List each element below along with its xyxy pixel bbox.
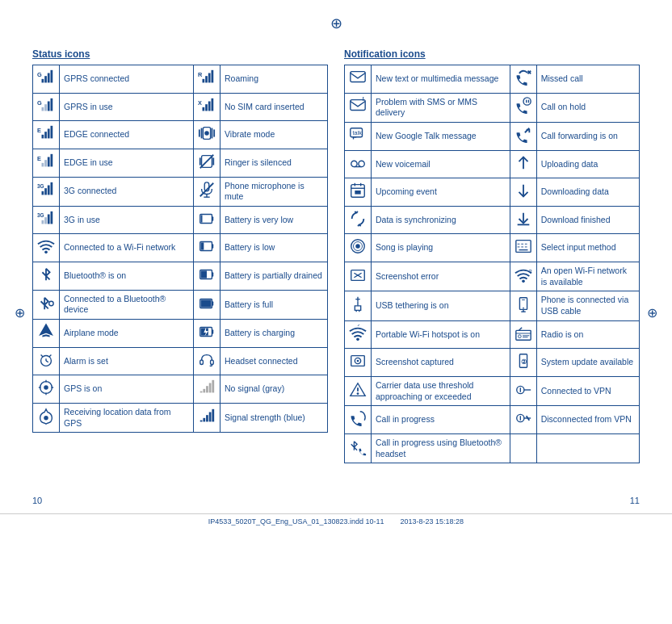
bt-call-icon: [349, 438, 367, 456]
bluetooth-connected-icon: [37, 295, 55, 312]
battery-full-icon: [198, 295, 216, 312]
status-icon: [194, 347, 220, 375]
google-talk-label: New Google Talk message: [372, 122, 510, 150]
svg-point-30: [204, 132, 209, 136]
wifi-label: Connected to a Wi-Fi network: [60, 234, 194, 262]
notification-icons-table: New text or multimedia message Missed ca…: [344, 65, 640, 463]
table-row: 3G 3G in use: [33, 206, 328, 234]
gps-on-icon: [37, 379, 55, 396]
svg-text:G: G: [37, 71, 42, 78]
table-row: Screenshot error ? An open Wi-Fi network…: [345, 262, 640, 291]
status-icon: [194, 320, 220, 348]
table-row: Portable Wi-Fi hotspot is on Radio is on: [345, 320, 640, 349]
no-sim-label: No SIM card inserted: [220, 93, 328, 121]
download-finished-icon: [514, 210, 532, 228]
gprs-connected-icon: G: [37, 69, 55, 86]
svg-point-57: [44, 251, 48, 254]
status-icon: [194, 149, 220, 177]
svg-rect-69: [212, 329, 213, 334]
usb-tethering-icon: [349, 295, 367, 313]
table-row: Airplane mode Battery is charging: [33, 320, 328, 348]
3g-in-use-label: 3G in use: [60, 206, 194, 234]
svg-text:E: E: [37, 127, 41, 134]
receiving-gps-icon: [37, 408, 55, 425]
missed-call-icon: [514, 69, 532, 86]
svg-rect-22: [44, 132, 47, 138]
svg-rect-63: [201, 271, 207, 278]
notif-icon: [510, 93, 536, 122]
svg-rect-50: [42, 220, 44, 224]
bluetooth-connected-label: Connected to a Bluetooth® device: [60, 290, 194, 319]
svg-rect-35: [51, 154, 53, 167]
gps-on-label: GPS is on: [60, 375, 194, 404]
left-crosshair: ⊕: [15, 304, 25, 320]
right-crosshair: ⊕: [647, 304, 657, 320]
edge-connected-icon: E: [37, 124, 55, 142]
svg-rect-87: [203, 389, 205, 393]
status-icon: [33, 234, 60, 262]
vpn-connected-icon: [514, 381, 532, 399]
notif-icon: [345, 320, 372, 349]
status-icon: [194, 177, 220, 206]
status-icon: G: [33, 93, 60, 121]
svg-rect-7: [205, 76, 208, 82]
carrier-threshold-icon: [349, 381, 367, 399]
radio-on-label: Radio is on: [536, 320, 639, 349]
table-row: Connected to a Wi-Fi network Battery is …: [33, 234, 328, 262]
table-row: Alarm is set Headset connected: [33, 347, 328, 375]
table-row: New text or multimedia message Missed ca…: [345, 65, 640, 94]
svg-rect-12: [44, 104, 47, 111]
notif-icon: [345, 291, 372, 320]
vibrate-icon: [198, 124, 216, 142]
3g-connected-icon: 3G: [37, 181, 55, 199]
table-row: Song is playing Select: [345, 234, 640, 262]
voicemail-icon: [349, 154, 367, 172]
svg-text:3G: 3G: [37, 212, 44, 218]
alarm-set-icon: [37, 351, 55, 369]
status-icon: [194, 234, 220, 262]
svg-rect-21: [42, 135, 44, 139]
wifi-hotspot-icon: [349, 325, 367, 342]
battery-low-icon: [198, 237, 216, 255]
svg-rect-8: [208, 73, 211, 83]
svg-rect-66: [212, 301, 213, 306]
select-input-icon: [514, 237, 532, 255]
notif-icon: [510, 376, 536, 405]
notif-icon: ②: [510, 349, 536, 377]
new-message-icon: [349, 69, 367, 86]
svg-rect-14: [51, 98, 53, 111]
notif-icon: [510, 206, 536, 234]
song-playing-label: Song is playing: [372, 234, 510, 262]
svg-rect-97: [351, 72, 365, 82]
svg-rect-6: [203, 79, 205, 83]
table-row: G GPRS connected R: [33, 65, 328, 94]
svg-text:?: ?: [528, 268, 531, 275]
status-icon: [194, 206, 220, 234]
svg-rect-94: [206, 415, 208, 421]
svg-point-158: [357, 392, 359, 395]
ringer-silenced-icon: [198, 153, 216, 170]
carrier-threshold-label: Carrier data use threshold approaching o…: [372, 376, 510, 405]
table-row: GPS is on No signal (gray): [33, 375, 328, 404]
table-row: ! Problem with SMS or MMS delivery Call …: [345, 93, 640, 122]
status-icon: [194, 375, 220, 404]
svg-rect-2: [44, 76, 47, 82]
status-icon: [33, 403, 60, 432]
battery-charging-label: Battery is charging: [220, 320, 328, 348]
call-on-hold-icon: [514, 97, 532, 115]
wifi-icon: [37, 237, 55, 255]
svg-text:E: E: [37, 155, 41, 162]
svg-rect-86: [200, 392, 203, 393]
bt-call-label: Call in progress using Bluetooth® headse…: [372, 433, 510, 463]
svg-rect-19: [212, 98, 214, 111]
table-row: USB tethering is on Phone is connected v…: [345, 291, 640, 320]
gprs-connected-label: GPRS connected: [60, 65, 194, 94]
svg-rect-56: [201, 215, 203, 222]
svg-rect-92: [200, 420, 203, 421]
table-row: Call in progress Disconnected from VPN: [345, 406, 640, 434]
vpn-disconnected-label: Disconnected from VPN: [536, 406, 639, 434]
notif-icon: [510, 291, 536, 320]
svg-rect-95: [209, 412, 212, 421]
3g-connected-label: 3G connected: [60, 177, 194, 206]
battery-partial-label: Battery is partially drained: [220, 262, 328, 291]
